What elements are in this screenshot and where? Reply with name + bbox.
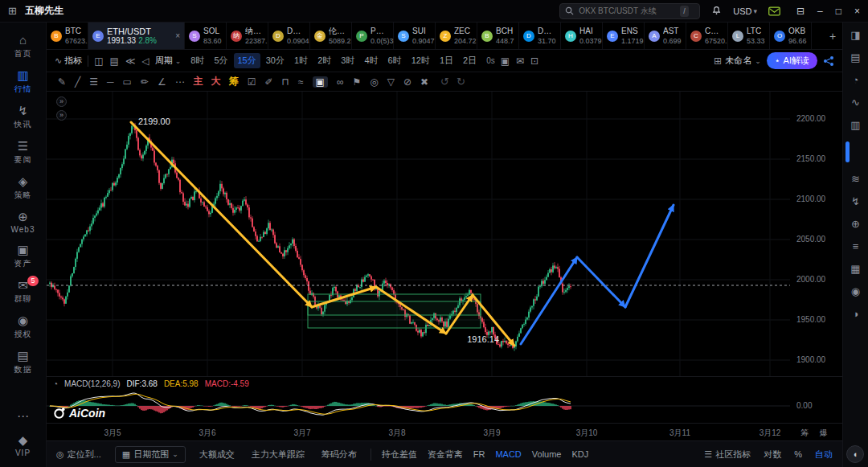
timeframe-button[interactable]: 2时 [313,53,335,68]
currency-selector[interactable]: USD▾ [733,6,757,16]
expand-icon[interactable]: ⊡ [530,55,538,67]
candlestick-chart[interactable]: 2200.002150.002100.002050.002000.001950.… [47,92,842,376]
clock-icon[interactable]: ◔ [853,74,859,86]
sidebar-item[interactable]: ▤ 数据 [0,345,46,380]
timeframe-button[interactable]: 1时 [290,53,312,68]
symbol-tab[interactable]: A AST 0.699 [645,23,686,49]
indicator-toggle[interactable]: KDJ [572,449,589,461]
sidebar-footer-item[interactable]: ⋯ [0,405,46,429]
timeframe-button[interactable]: 5分 [210,53,231,68]
alert-icon[interactable]: ◔ [53,379,58,388]
axis-option[interactable]: 对数 [760,449,781,461]
pencil-icon[interactable]: ✎ [58,76,66,88]
symbol-tab[interactable]: 金 伦敦金 5089.2 [310,23,352,49]
chart-mode-button[interactable]: 主 [194,75,203,88]
undo-icon[interactable]: ↺ [440,76,449,88]
share-icon[interactable] [823,55,834,67]
timeframe-button[interactable]: 12时 [407,53,434,68]
maximize-button[interactable]: □ [836,6,841,17]
chain-icon[interactable]: ∞ [337,76,344,88]
target-icon[interactable]: ◎ [370,76,378,88]
support-float-button[interactable]: ◖ [846,445,864,463]
half-icon[interactable]: ◑ [853,308,859,320]
compare-icon[interactable]: ▤ [110,55,119,67]
disc-icon[interactable]: ◉ [851,285,860,297]
signal-icon[interactable]: ∿ [851,96,860,109]
axis-corner-burst[interactable]: 爆 [820,428,828,439]
global-search[interactable]: / [559,3,700,19]
timeframe-button[interactable]: 30分 [262,53,289,68]
redo-icon[interactable]: ↻ [457,76,465,88]
timeframe-button[interactable]: 6时 [384,53,406,68]
symbol-tab[interactable]: H HAI 0.0379 [561,23,603,49]
angle-icon[interactable]: ∠ [158,76,166,88]
trendline-icon[interactable]: ╱ [75,76,80,88]
sidebar-footer-item[interactable]: ◆ VIP [0,429,46,462]
period-selector[interactable]: 周期⌄ [155,55,182,67]
axis-option[interactable]: ☰ 社区指标 [704,449,751,461]
notification-bell-icon[interactable] [711,6,722,16]
timeframe-button[interactable]: 1日 [436,53,457,68]
funnel-icon[interactable]: ▽ [387,76,395,88]
stats-icon[interactable]: ▥ [850,119,860,131]
timeframe-button[interactable]: 3时 [337,53,358,68]
check-icon[interactable]: ☑ [248,76,256,88]
panelright-icon[interactable]: ◨ [850,29,860,41]
indicator-toggle[interactable]: 持仓差值 [382,449,417,461]
rect-icon[interactable]: ▭ [123,76,132,88]
lines-icon[interactable]: ☰ [89,76,98,88]
symbol-tab[interactable]: E ETH/USDT 1991.332.8% × [88,23,185,49]
timeframe-button[interactable]: 4时 [360,53,382,68]
magnet-icon[interactable]: ⊓ [282,76,289,88]
boxsel-icon[interactable]: ▣ [313,76,328,88]
sidebar-item[interactable]: ▣ 资产 [0,239,46,274]
sidebar-item[interactable]: ▥ 行情 [0,64,46,100]
timeframe-button[interactable]: 8时 [186,53,208,68]
brush-icon[interactable]: ✏ [141,76,149,88]
search-input[interactable] [579,6,675,15]
hline-icon[interactable]: ─ [107,76,114,88]
indicator-toggle[interactable]: 资金背离 [428,449,463,461]
chart-mode-button[interactable]: 筹 [229,75,239,88]
timeframe-button[interactable]: 2日 [459,53,481,68]
layout-selector[interactable]: ⊞未命名⌄ [714,55,761,67]
layout-icon[interactable]: ◫ [94,55,103,67]
camera-icon[interactable]: ▣ [501,55,510,67]
sidebar-item[interactable]: ⊕ Web3 [0,206,46,239]
collapse-chevron-icon[interactable]: » [56,96,67,107]
symbol-tab[interactable]: 纳 纳斯达克100 22387. [227,23,268,49]
replay-icon[interactable]: ≪ [125,55,136,67]
indicator-toggle[interactable]: MACD [495,449,521,461]
time-axis[interactable]: 筹 爆 3月53月63月73月83月93月103月113月12 [47,423,842,440]
sidebar-item[interactable]: ☰ 要闻 [0,135,46,170]
doc-icon[interactable]: ≡ [853,240,859,252]
symbol-tab[interactable]: C CME比特币 67520. [686,23,728,49]
collapse-chevron-icon[interactable]: » [56,110,67,121]
symbol-tab[interactable]: Z ZEC 204.72 [436,23,477,49]
mail-icon[interactable] [768,6,780,16]
app-menu-icon[interactable]: ⊞ [8,5,17,17]
panelgrid-icon[interactable]: ▤ [850,51,860,63]
ai-analysis-button[interactable]: ⋆AI解读 [767,52,817,69]
layers-icon[interactable]: ≋ [851,173,860,185]
bottom-tool[interactable]: 主力大单跟踪 [248,449,308,461]
minimize-button[interactable]: – [817,6,823,17]
message-icon[interactable]: ✉ [516,55,524,67]
bottom-tool[interactable]: 大额成交 [196,449,238,461]
scrollbar-thumb[interactable] [845,141,850,162]
globe-icon[interactable]: ⊕ [851,218,860,230]
indicators-button[interactable]: ∿指标 [55,55,82,67]
bottom-tool[interactable]: ▦ 日期范围 ⌄ [115,446,186,463]
symbol-tab[interactable]: B BTC 67623. [47,23,88,49]
sidebar-item[interactable]: ◉ 授权 [0,309,46,345]
bottom-tool[interactable]: ◎ 定位到... [56,449,104,461]
bottom-tool[interactable]: 筹码分布 [318,449,360,461]
symbol-tab[interactable]: S SUI 0.9047 [394,23,436,49]
wave-icon[interactable]: ≈ [298,76,304,88]
speaker-icon[interactable]: ◁ [141,55,149,67]
macd-pane[interactable]: ◔ MACD(12,26,9) DIF:3.68 DEA:5.98 MACD:-… [47,376,842,423]
symbol-tab[interactable]: E ENS 1.1719 [603,23,645,49]
flag-icon[interactable]: ⚑ [352,76,361,88]
sidebar-item[interactable]: ◈ 策略 [0,170,46,206]
symbol-tab[interactable]: L LTC 53.33 [728,23,770,49]
